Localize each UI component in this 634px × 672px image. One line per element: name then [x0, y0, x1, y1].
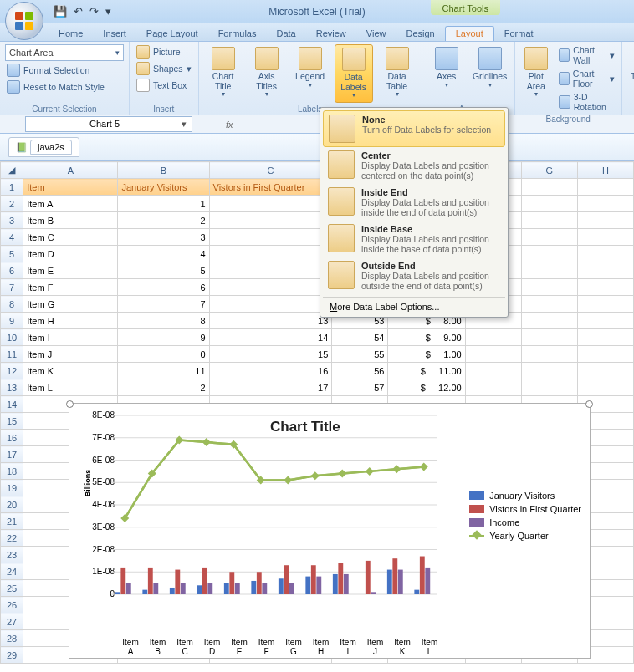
cell-B12[interactable]: 11: [118, 363, 209, 379]
cell-D11[interactable]: 55: [332, 346, 388, 363]
tab-format[interactable]: Format: [494, 27, 544, 41]
row-header-19[interactable]: 19: [1, 480, 23, 496]
row-header-11[interactable]: 11: [1, 346, 23, 363]
data-labels-option-inside-base[interactable]: Inside BaseDisplay Data Labels and posit…: [323, 221, 505, 257]
cell-A10[interactable]: Item I: [23, 329, 118, 346]
cell-C5[interactable]: [209, 246, 332, 262]
row-header-18[interactable]: 18: [1, 463, 23, 480]
cell-C4[interactable]: [209, 229, 332, 246]
tab-formulas[interactable]: Formulas: [208, 27, 267, 41]
worksheet-grid[interactable]: ◢ABCDEFGH1ItemJanuary VisitorsVistors in…: [0, 161, 634, 664]
cell-A12[interactable]: Item K: [23, 363, 118, 379]
data-labels-option-outside-end[interactable]: Outside EndDisplay Data Labels and posit…: [323, 257, 505, 294]
col-header-G[interactable]: G: [521, 162, 577, 179]
cell-D10[interactable]: 54: [332, 329, 388, 346]
qat-more-icon[interactable]: ▾: [105, 5, 111, 18]
row-header-24[interactable]: 24: [1, 563, 23, 580]
data-table-button[interactable]: Data Table: [378, 44, 417, 103]
select-all-cell[interactable]: ◢: [1, 162, 23, 179]
tab-page-layout[interactable]: Page Layout: [136, 27, 208, 41]
row-header-2[interactable]: 2: [1, 196, 23, 212]
format-selection-button[interactable]: Format Selection: [5, 63, 124, 78]
row-header-5[interactable]: 5: [1, 246, 23, 262]
embedded-chart[interactable]: Billions Chart Title 01E-082E-083E-084E-…: [69, 403, 591, 659]
legend-item[interactable]: Yearly Quarter: [469, 531, 581, 541]
row-header-13[interactable]: 13: [1, 379, 23, 396]
cell-B7[interactable]: 6: [118, 279, 209, 296]
cell-B4[interactable]: 3: [118, 229, 209, 246]
3d-rotation-button[interactable]: 3-D Rotation: [557, 91, 616, 113]
axis-titles-button[interactable]: Axis Titles: [248, 44, 286, 103]
redo-icon[interactable]: ↷: [89, 5, 99, 18]
cell-E10[interactable]: $ 9.00: [388, 329, 465, 346]
data-labels-option-none[interactable]: NoneTurn off Data Labels for selection: [323, 110, 505, 147]
cell-B10[interactable]: 9: [118, 329, 209, 346]
row-header-15[interactable]: 15: [1, 413, 23, 430]
axes-button[interactable]: Axes: [427, 44, 466, 91]
trendline-button[interactable]: Trendlin: [627, 44, 634, 84]
cell-A13[interactable]: Item L: [23, 379, 118, 396]
workbook-tab-java2s[interactable]: 📗 java2s: [8, 137, 79, 157]
cell-D12[interactable]: 56: [332, 363, 388, 379]
row-header-16[interactable]: 16: [1, 430, 23, 446]
cell-C7[interactable]: [209, 279, 332, 296]
cell-A2[interactable]: Item A: [23, 196, 118, 212]
cell-C2[interactable]: [209, 196, 332, 212]
row-header-20[interactable]: 20: [1, 496, 23, 513]
picture-button[interactable]: Picture: [135, 44, 193, 59]
fx-icon[interactable]: fx: [226, 120, 233, 130]
save-icon[interactable]: 💾: [54, 5, 67, 18]
row-header-4[interactable]: 4: [1, 229, 23, 246]
plot-area-button[interactable]: Plot Area: [520, 44, 552, 113]
cell-C12[interactable]: 16: [209, 363, 332, 379]
cell-C9[interactable]: 13: [209, 313, 332, 329]
row-header-12[interactable]: 12: [1, 363, 23, 379]
tab-layout[interactable]: Layout: [445, 26, 494, 41]
col-header-A[interactable]: A: [23, 162, 118, 179]
cell-C8[interactable]: [209, 296, 332, 313]
cell-C3[interactable]: [209, 212, 332, 229]
row-header-17[interactable]: 17: [1, 446, 23, 463]
cell-A9[interactable]: Item H: [23, 313, 118, 329]
row-header-6[interactable]: 6: [1, 262, 23, 279]
cell-B8[interactable]: 7: [118, 296, 209, 313]
tab-data[interactable]: Data: [266, 27, 305, 41]
data-labels-button[interactable]: Data Labels: [335, 44, 373, 103]
cell-B5[interactable]: 4: [118, 246, 209, 262]
legend-button[interactable]: Legend: [291, 44, 330, 103]
cell-C11[interactable]: 15: [209, 346, 332, 363]
cell-B3[interactable]: 2: [118, 212, 209, 229]
gridlines-button[interactable]: Gridlines: [471, 44, 509, 91]
cell-B2[interactable]: 1: [118, 196, 209, 212]
cell-E11[interactable]: $ 1.00: [388, 346, 465, 363]
cell-A11[interactable]: Item J: [23, 346, 118, 363]
cell-E12[interactable]: $ 11.00: [388, 363, 465, 379]
cell-A8[interactable]: Item G: [23, 296, 118, 313]
cell-A1[interactable]: Item: [23, 179, 118, 196]
col-header-H[interactable]: H: [577, 162, 633, 179]
data-labels-option-center[interactable]: CenterDisplay Data Labels and position c…: [323, 147, 505, 184]
col-header-C[interactable]: C: [209, 162, 332, 179]
office-button[interactable]: [5, 2, 43, 40]
legend-item[interactable]: Vistors in First Quarter: [469, 504, 581, 514]
tab-home[interactable]: Home: [49, 27, 93, 41]
cell-B1[interactable]: January Visitors: [118, 179, 209, 196]
cell-A4[interactable]: Item C: [23, 229, 118, 246]
tab-insert[interactable]: Insert: [93, 27, 136, 41]
cell-A7[interactable]: Item F: [23, 279, 118, 296]
row-header-1[interactable]: 1: [1, 179, 23, 196]
data-labels-option-inside-end[interactable]: Inside EndDisplay Data Labels and positi…: [323, 184, 505, 221]
cell-D13[interactable]: 57: [332, 379, 388, 396]
cell-B9[interactable]: 8: [118, 313, 209, 329]
name-box[interactable]: Chart 5: [25, 116, 192, 132]
undo-icon[interactable]: ↶: [74, 5, 83, 18]
cell-A6[interactable]: Item E: [23, 262, 118, 279]
reset-style-button[interactable]: Reset to Match Style: [5, 79, 124, 94]
cell-E13[interactable]: $ 12.00: [388, 379, 465, 396]
chart-legend[interactable]: January VisitorsVistors in First Quarter…: [469, 487, 581, 544]
tab-view[interactable]: View: [356, 27, 396, 41]
cell-B13[interactable]: 2: [118, 379, 209, 396]
cell-B6[interactable]: 5: [118, 262, 209, 279]
cell-C6[interactable]: [209, 262, 332, 279]
tab-design[interactable]: Design: [396, 27, 444, 41]
